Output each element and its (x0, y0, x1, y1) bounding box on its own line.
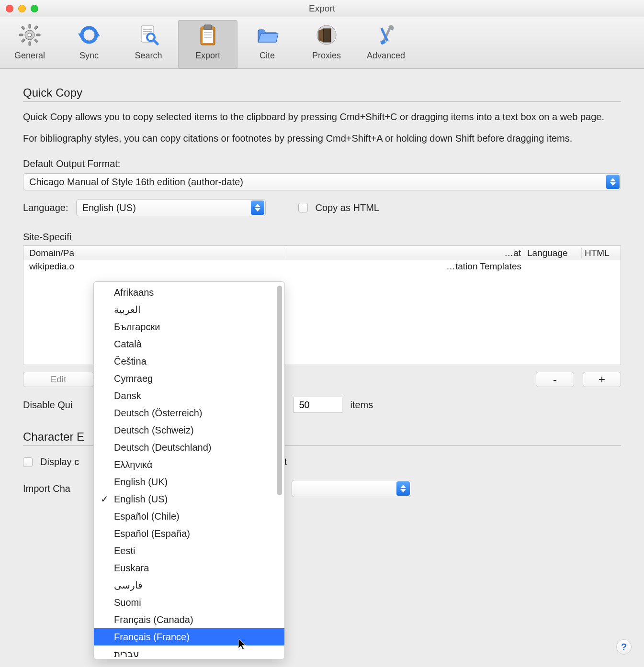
items-label: items (350, 400, 373, 411)
toolbar-tab-export[interactable]: Export (178, 20, 237, 68)
language-select-value: English (US) (82, 202, 136, 213)
table-row[interactable]: wikipedia.o …tation Templates (23, 260, 621, 273)
table-header-language[interactable]: Language (524, 248, 582, 258)
default-output-format-value: Chicago Manual of Style 16th edition (au… (29, 177, 243, 188)
table-cell-language (524, 261, 582, 272)
svg-rect-1 (29, 24, 31, 28)
display-option-checkbox[interactable] (23, 457, 33, 467)
toolbar-tab-label: General (14, 51, 45, 61)
language-label: Language: (23, 202, 68, 213)
language-option[interactable]: Euskara (94, 559, 284, 577)
quick-copy-description-1: Quick Copy allows you to copy selected i… (23, 111, 621, 123)
language-option[interactable]: Deutsch (Deutschland) (94, 439, 284, 456)
svg-point-9 (28, 33, 32, 37)
toolbar-tab-label: Search (135, 51, 162, 61)
language-option[interactable]: Čeština (94, 353, 284, 370)
language-option[interactable]: Suomi (94, 594, 284, 611)
toolbar-tab-label: Advanced (367, 51, 405, 61)
tools-icon (373, 22, 399, 48)
select-stepper-icon (251, 200, 264, 215)
svg-rect-7 (34, 26, 38, 30)
toolbar-tab-advanced[interactable]: Advanced (356, 20, 416, 68)
language-option[interactable]: Dansk (94, 387, 284, 404)
language-option[interactable]: Español (Chile) (94, 508, 284, 525)
language-option[interactable]: Español (España) (94, 525, 284, 542)
svg-rect-8 (21, 39, 25, 43)
import-charset-label: Import Cha (23, 483, 70, 494)
language-option[interactable]: العربية (94, 301, 284, 318)
toolbar-tab-label: Sync (79, 51, 99, 61)
disable-count-input[interactable] (294, 397, 342, 413)
svg-rect-4 (36, 34, 40, 36)
copy-as-html-checkbox[interactable] (298, 203, 308, 212)
svg-marker-34 (400, 485, 406, 488)
import-charset-select[interactable] (292, 480, 411, 497)
mouse-cursor-icon (238, 639, 248, 653)
svg-rect-6 (34, 39, 38, 43)
edit-button[interactable]: Edit (23, 372, 94, 387)
display-option-label: Display c (40, 456, 79, 467)
svg-rect-19 (203, 30, 213, 43)
add-button[interactable]: + (583, 372, 621, 387)
table-cell-format: …tation Templates (286, 261, 524, 272)
table-header-domain[interactable]: Domain/Pa (26, 248, 286, 258)
select-stepper-icon (396, 481, 410, 496)
toolbar-tab-sync[interactable]: Sync (59, 20, 119, 68)
language-dropdown[interactable]: AfrikaansالعربيةБългарскиCatalàČeštinaCy… (93, 281, 285, 659)
divider (23, 101, 621, 102)
language-select[interactable]: English (US) (76, 199, 266, 216)
svg-rect-20 (204, 25, 212, 30)
svg-marker-31 (610, 182, 616, 186)
language-option[interactable]: Afrikaans (94, 284, 284, 301)
dropdown-scrollbar[interactable] (277, 286, 282, 495)
language-option[interactable]: Català (94, 335, 284, 353)
svg-marker-30 (610, 178, 616, 181)
language-option[interactable]: فارسی (94, 577, 284, 594)
language-option[interactable]: Български (94, 318, 284, 335)
svg-rect-3 (19, 34, 23, 36)
search-page-icon (136, 22, 161, 48)
table-header-html[interactable]: HTML (582, 248, 618, 258)
toolbar-tab-proxies[interactable]: Proxies (297, 20, 356, 68)
help-button[interactable]: ? (616, 639, 632, 655)
language-option[interactable]: Français (Canada) (94, 611, 284, 628)
toolbar-tab-general[interactable]: General (0, 20, 59, 68)
language-option[interactable]: Deutsch (Schweiz) (94, 422, 284, 439)
sync-icon (76, 22, 102, 48)
svg-marker-33 (255, 208, 260, 211)
language-option[interactable]: Ελληνικά (94, 456, 284, 473)
toolbar-tab-label: Cite (260, 51, 275, 61)
language-option[interactable]: Eesti (94, 542, 284, 559)
select-stepper-icon (606, 175, 620, 189)
language-option[interactable]: English (US) (94, 490, 284, 508)
disable-quick-copy-label: Disable Qui (23, 400, 72, 411)
toolbar-tab-label: Export (195, 51, 220, 61)
table-cell-domain: wikipedia.o (26, 261, 286, 272)
toolbar-tab-search[interactable]: Search (119, 20, 178, 68)
language-option[interactable]: Deutsch (Österreich) (94, 404, 284, 422)
svg-rect-25 (323, 29, 331, 42)
language-option[interactable]: Cymraeg (94, 370, 284, 387)
folder-icon (254, 22, 280, 48)
quick-copy-heading: Quick Copy (23, 86, 621, 100)
svg-marker-32 (255, 204, 260, 207)
language-option[interactable]: English (UK) (94, 473, 284, 490)
gear-icon (17, 22, 43, 48)
svg-line-17 (154, 40, 158, 44)
svg-marker-36 (238, 639, 246, 650)
language-option[interactable]: עברית (94, 645, 284, 657)
quick-copy-description-2: For bibliography styles, you can copy ci… (23, 132, 621, 145)
remove-button[interactable]: - (536, 372, 574, 387)
copy-as-html-label: Copy as HTML (316, 202, 379, 213)
table-header-format[interactable]: …at (286, 248, 524, 258)
default-output-format-label: Default Output Format: (23, 158, 621, 169)
svg-marker-35 (400, 489, 406, 492)
clipboard-icon (195, 22, 221, 48)
toolbar-tab-label: Proxies (312, 51, 341, 61)
site-specific-label: Site-Specifi (23, 232, 621, 243)
toolbar-tab-cite[interactable]: Cite (237, 20, 297, 68)
default-output-format-select[interactable]: Chicago Manual of Style 16th edition (au… (23, 173, 621, 190)
svg-rect-2 (29, 42, 31, 45)
table-cell-html (582, 261, 618, 272)
language-option[interactable]: Français (France) (94, 628, 284, 645)
